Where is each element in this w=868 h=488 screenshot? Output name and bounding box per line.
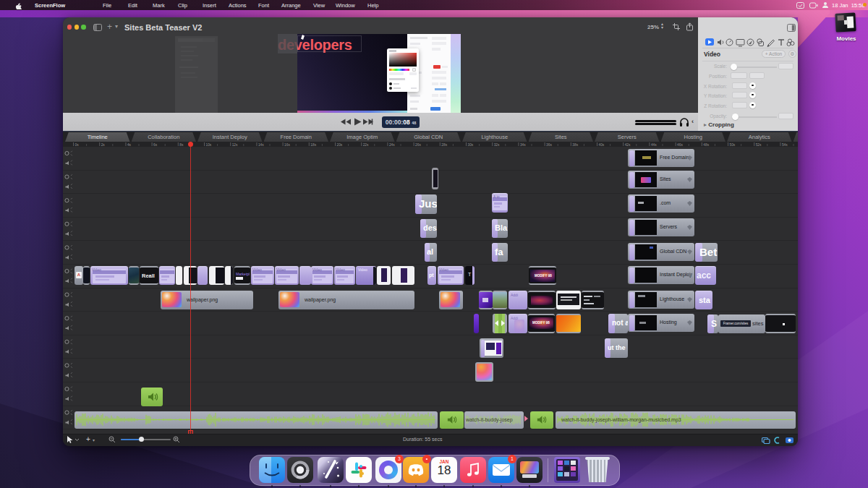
svg-text:18s: 18s <box>310 143 316 147</box>
svg-text:50s: 50s <box>730 143 736 147</box>
svg-text:38s: 38s <box>572 143 578 147</box>
svg-text:54s: 54s <box>782 143 788 147</box>
svg-text:14s: 14s <box>258 143 264 147</box>
svg-text:32s: 32s <box>494 143 500 147</box>
svg-text:8s: 8s <box>179 143 184 147</box>
svg-text:0s: 0s <box>75 143 80 147</box>
svg-text:20s: 20s <box>337 143 343 147</box>
svg-text:40s: 40s <box>599 143 605 147</box>
svg-text:22s: 22s <box>363 143 369 147</box>
svg-text:48s: 48s <box>703 143 709 147</box>
svg-text:6s: 6s <box>153 143 158 147</box>
svg-text:2s: 2s <box>101 143 106 147</box>
svg-text:30s: 30s <box>468 143 474 147</box>
svg-text:52s: 52s <box>756 143 762 147</box>
svg-text:16s: 16s <box>284 143 290 147</box>
svg-text:24s: 24s <box>389 143 395 147</box>
svg-text:46s: 46s <box>677 143 683 147</box>
svg-text:10s: 10s <box>206 143 212 147</box>
svg-text:12s: 12s <box>232 143 238 147</box>
svg-text:44s: 44s <box>651 143 657 147</box>
svg-text:28s: 28s <box>441 143 447 147</box>
svg-text:36s: 36s <box>546 143 552 147</box>
svg-text:42s: 42s <box>625 143 631 147</box>
svg-text:34s: 34s <box>520 143 526 147</box>
svg-text:4s: 4s <box>127 143 132 147</box>
svg-text:26s: 26s <box>415 143 421 147</box>
